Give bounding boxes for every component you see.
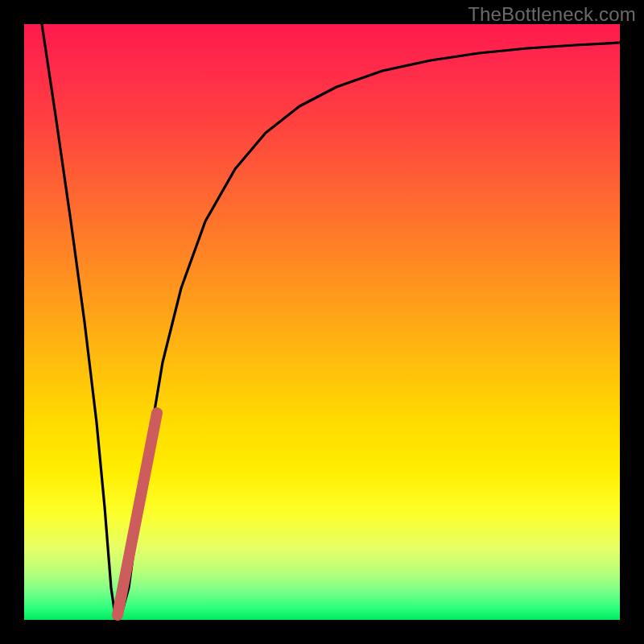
highlight-segment [118,413,157,615]
watermark-text: TheBottleneck.com [468,3,636,26]
chart-svg [24,24,620,620]
bottleneck-curve [42,24,620,617]
outer-frame: TheBottleneck.com [0,0,644,644]
